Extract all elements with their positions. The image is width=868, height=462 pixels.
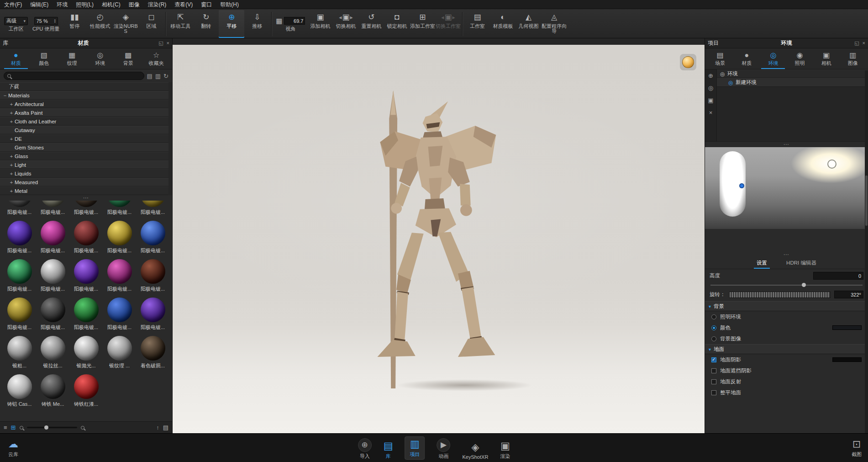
color-swatch[interactable] (832, 357, 862, 362)
project-panel-tab[interactable]: 项目 (708, 39, 719, 47)
tree-item[interactable]: + DE (0, 134, 168, 143)
toolbar-button[interactable]: ◴ 性能模式 (87, 10, 113, 38)
material-thumbnail[interactable]: 阳极电镀... (3, 201, 36, 219)
toolbar-button[interactable]: ◭ 几何视图 (516, 10, 541, 38)
library-tab[interactable]: ▩ 背景 (116, 48, 140, 69)
dock-item[interactable]: ⊕ 导入 (358, 438, 372, 460)
add-environment-icon[interactable]: ⊕ (708, 72, 713, 79)
menu-item[interactable]: 窗口 (197, 0, 216, 9)
toolbar-button[interactable]: ◈ 渲染NURBS (113, 10, 138, 38)
toolbar-button[interactable]: ⊕ 平移 (219, 10, 244, 38)
dock-item[interactable]: ◈ KeyShotXR (462, 441, 488, 460)
ground-option[interactable]: 地面遮挡阴影 (705, 365, 868, 376)
folder-icon[interactable]: ▤ (163, 424, 168, 431)
expand-icon[interactable]: + (8, 180, 15, 185)
material-thumbnail[interactable]: 着色破损... (136, 334, 169, 372)
material-thumbnail[interactable]: 阳极电镀... (103, 257, 136, 296)
toolbar-button[interactable]: ◘ 锁定相机 (384, 10, 410, 38)
material-thumbnail[interactable]: 阳极电镀... (3, 296, 36, 334)
rotation-drag-slider[interactable] (729, 292, 831, 298)
project-tab[interactable]: ◉ 照明 (788, 48, 812, 69)
menu-item[interactable]: 环境 (53, 0, 72, 9)
panel-splitter[interactable]: ⋯ (0, 195, 172, 201)
panel-splitter[interactable]: ⋯ (705, 142, 868, 147)
expand-icon[interactable]: + (8, 101, 15, 107)
menu-item[interactable]: 查看(V) (170, 0, 197, 9)
background-section-header[interactable]: ▾ 背景 (705, 301, 868, 311)
menu-item[interactable]: 帮助(H) (216, 0, 243, 9)
ground-option[interactable]: 地面阴影 (705, 354, 868, 365)
copy-environment-icon[interactable]: ▣ (708, 97, 713, 104)
toolbar-button[interactable]: ◬ 配置程序向导 (541, 10, 567, 38)
toolbar-button[interactable]: ▤ 工作室 (464, 10, 490, 38)
material-thumbnail[interactable]: 银抛光... (69, 334, 103, 372)
library-tab[interactable]: ● 材质 (4, 48, 28, 69)
radio-icon[interactable] (711, 314, 716, 319)
material-thumbnail[interactable]: 银拉丝... (36, 334, 69, 372)
fov-input[interactable] (284, 17, 305, 25)
material-thumbnail[interactable]: 阳极电镀... (136, 296, 169, 334)
3d-viewport[interactable] (173, 45, 705, 433)
refresh-icon[interactable]: ↻ (163, 73, 168, 80)
material-thumbnail[interactable]: 阳极电镀... (69, 296, 103, 334)
close-icon[interactable]: × (167, 40, 169, 46)
tree-item[interactable]: Cutaway (0, 126, 168, 134)
background-option[interactable]: 照明环境 (705, 311, 868, 322)
expand-icon[interactable]: + (8, 188, 15, 194)
tree-item[interactable]: + Liquids (0, 169, 168, 178)
environment-globe-button[interactable] (680, 54, 696, 70)
hdri-pin-dot[interactable] (739, 183, 744, 188)
ground-option[interactable]: 整平地面 (705, 387, 868, 398)
material-thumbnail[interactable]: 铸铁 Me... (36, 372, 69, 411)
expand-icon[interactable]: + (8, 154, 15, 159)
material-thumbnail[interactable]: 阳极电镀... (103, 219, 136, 257)
expand-icon[interactable]: + (8, 136, 15, 142)
library-panel-tab[interactable]: 库 (3, 39, 8, 47)
expand-icon[interactable]: + (8, 162, 15, 168)
close-icon[interactable]: × (863, 40, 865, 46)
project-tab[interactable]: ▤ 场景 (708, 48, 732, 69)
tree-item[interactable]: + Metal (0, 186, 168, 195)
checkbox-icon[interactable] (711, 368, 716, 373)
slider-thumb[interactable] (44, 425, 48, 430)
library-tab[interactable]: ☆ 收藏夹 (144, 48, 168, 69)
material-thumbnail[interactable]: 阳极电镀... (3, 219, 36, 257)
panel-splitter[interactable]: ⋯ (705, 252, 868, 257)
tree-item[interactable]: + Axalta Paint (0, 108, 168, 117)
height-slider[interactable] (710, 282, 863, 288)
material-thumbnail[interactable]: 阳极电镀... (136, 257, 169, 296)
screenshot-button[interactable]: ⊡ 截图 (852, 438, 862, 458)
environment-item[interactable]: ◎ 新建环境 (717, 78, 868, 87)
undock-icon[interactable]: ◱ (854, 40, 859, 46)
workspace-select[interactable]: 高级 ▾ (4, 17, 28, 25)
environment-subtab[interactable]: 设置 (754, 257, 770, 269)
add-folder-icon[interactable]: ▥ (155, 73, 161, 80)
toolbar-button[interactable]: ◀▣▶ 切换工作室 (435, 10, 461, 38)
rotation-input[interactable] (834, 291, 863, 298)
toolbar-button[interactable]: ⇩ 推移 (244, 10, 270, 38)
cpu-usage-spinner[interactable]: 75 % ▴▾ (34, 17, 58, 25)
material-thumbnail[interactable]: 阳极电镀... (103, 201, 136, 219)
material-thumbnail[interactable]: 阳极电镀... (69, 257, 103, 296)
expand-icon[interactable]: + (8, 119, 15, 124)
upload-icon[interactable]: ↑ (156, 424, 159, 431)
delete-icon[interactable]: × (709, 109, 713, 116)
menu-item[interactable]: 文件(F) (0, 0, 26, 9)
checkbox-icon[interactable] (711, 390, 716, 395)
toolbar-button[interactable]: ⊞ 添加工作室 (410, 10, 435, 38)
zoom-in-icon[interactable] (81, 426, 84, 430)
project-tab[interactable]: ● 材质 (735, 48, 758, 69)
material-thumbnail[interactable]: 铸铝 Cas... (3, 372, 36, 411)
project-tab[interactable]: ▥ 图像 (841, 48, 865, 69)
toolbar-button[interactable]: ◀▣▶ 切换相机 (333, 10, 358, 38)
material-thumbnail[interactable]: 阳极电镀... (3, 257, 36, 296)
project-tab[interactable]: ◎ 环境 (761, 48, 785, 69)
radio-icon[interactable] (711, 325, 716, 330)
menu-item[interactable]: 编辑(E) (26, 0, 53, 9)
tree-item[interactable]: + Glass (0, 152, 168, 160)
tree-item[interactable]: 下载 (0, 82, 168, 91)
material-thumbnail[interactable]: 阳极电镀... (69, 219, 103, 257)
ground-option[interactable]: 地面反射 (705, 376, 868, 387)
tree-item[interactable]: + Architectural (0, 100, 168, 108)
environment-item[interactable]: ◎ 环境 (717, 69, 868, 78)
